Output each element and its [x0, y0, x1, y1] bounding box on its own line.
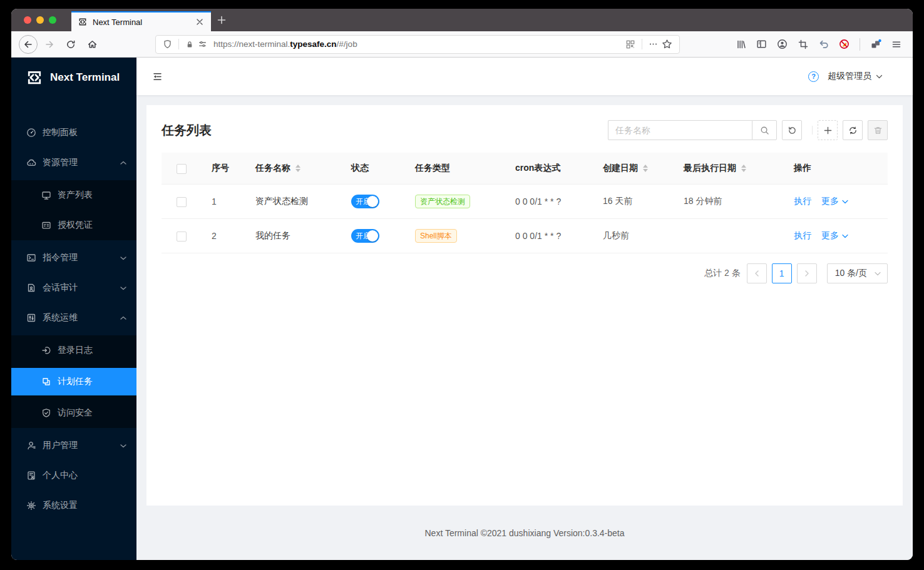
sidebar-item-assets[interactable]: 资产列表	[11, 180, 136, 208]
sidebar-item-system-ops[interactable]: 系统运维	[11, 305, 136, 330]
column-header-created[interactable]: 创建日期	[593, 153, 674, 185]
control-sliders-icon	[26, 313, 36, 323]
row-checkbox[interactable]	[177, 232, 187, 242]
sidebar-item-settings[interactable]: 系统设置	[11, 493, 136, 518]
app-root: Next Terminal 控制面板 资源管理	[11, 58, 913, 560]
account-icon[interactable]	[773, 35, 791, 53]
sort-icon[interactable]	[295, 165, 300, 172]
status-toggle[interactable]: 开启	[351, 229, 379, 243]
sidebar-item-label: 登录日志	[58, 345, 93, 356]
screenshot-crop-icon[interactable]	[794, 35, 812, 53]
refresh-button[interactable]	[843, 120, 863, 140]
permissions-icon[interactable]	[198, 39, 207, 49]
task-table: 序号 任务名称 状态 任务类型 cron表达式 创建日期 最后执行日期 操作	[162, 153, 888, 253]
maximize-window-button[interactable]	[49, 16, 56, 24]
chevron-down-icon	[120, 286, 126, 290]
sidebar-item-profile[interactable]: 个人中心	[11, 463, 136, 488]
reload-button[interactable]	[61, 35, 80, 54]
tracking-shield-icon[interactable]	[163, 39, 172, 49]
search-button[interactable]	[752, 120, 777, 140]
new-tab-button[interactable]	[217, 16, 226, 24]
chevron-down-icon	[120, 444, 126, 448]
sidebar-item-label: 用户管理	[43, 440, 78, 451]
status-toggle[interactable]: 开启	[351, 195, 379, 208]
sort-icon[interactable]	[643, 165, 648, 172]
browser-tab[interactable]: Next Terminal	[71, 11, 211, 31]
sidebar-item-label: 访问安全	[58, 407, 93, 419]
qr-code-icon[interactable]	[625, 39, 635, 49]
close-window-button[interactable]	[24, 16, 31, 24]
more-link[interactable]: 更多	[821, 230, 848, 242]
sidebar-item-label: 控制面板	[43, 127, 78, 138]
run-link[interactable]: 执行	[794, 196, 811, 207]
sidebar-item-access-security[interactable]: 访问安全	[11, 400, 136, 428]
select-all-checkbox[interactable]	[177, 164, 187, 174]
sidebar-item-login-logs[interactable]: 登录日志	[11, 335, 136, 363]
footer-text: Next Terminal ©2021 dushixiang Version:0…	[424, 528, 624, 538]
cell-created: 16 天前	[593, 185, 674, 219]
lock-icon[interactable]	[185, 40, 194, 49]
row-checkbox[interactable]	[177, 197, 187, 207]
search-input[interactable]	[608, 120, 752, 140]
window-controls	[11, 16, 66, 24]
more-options-icon[interactable]	[649, 39, 658, 49]
toolbar-divider	[860, 38, 860, 51]
sidebar-item-resources[interactable]: 资源管理	[11, 150, 136, 175]
more-link[interactable]: 更多	[821, 196, 848, 207]
sidebar-item-label: 系统运维	[43, 312, 78, 323]
forward-button[interactable]	[40, 35, 59, 54]
content-blocker-icon[interactable]	[835, 35, 853, 53]
url-text[interactable]: https://next-terminal.typesafe.cn/#/job	[213, 39, 624, 49]
page-title: 任务列表	[162, 122, 212, 139]
reset-button[interactable]	[782, 120, 802, 140]
extension-icon[interactable]	[866, 35, 885, 53]
user-menu[interactable]: 超级管理员	[828, 71, 883, 82]
tab-close-icon[interactable]	[193, 16, 206, 28]
undo-arrow-icon[interactable]	[814, 35, 833, 53]
sidebar-item-label: 指令管理	[43, 252, 78, 263]
add-task-button[interactable]	[818, 120, 838, 140]
delete-button[interactable]	[868, 120, 888, 140]
column-header-last-run[interactable]: 最后执行日期	[674, 153, 784, 185]
app-logo-text: Next Terminal	[50, 71, 120, 84]
sidebar-item-commands[interactable]: 指令管理	[11, 245, 136, 270]
menu-hamburger-icon[interactable]	[887, 35, 905, 53]
url-prefix: https://next-terminal.	[213, 39, 290, 49]
back-button[interactable]	[19, 35, 38, 54]
pagination-page-1[interactable]: 1	[772, 263, 792, 283]
cell-task-name: 资产状态检测	[245, 185, 341, 219]
column-header-name[interactable]: 任务名称	[245, 153, 341, 185]
sidebar-item-scheduled-tasks[interactable]: 计划任务	[11, 368, 136, 395]
run-link[interactable]: 执行	[794, 230, 811, 242]
sidebar-item-session-audit[interactable]: 会话审计	[11, 275, 136, 300]
sidebar-item-credentials[interactable]: 授权凭证	[11, 213, 136, 240]
chevron-down-icon	[876, 74, 883, 79]
sidebar-toggle-icon[interactable]	[752, 35, 771, 53]
urlbar-divider	[642, 39, 642, 49]
minimize-window-button[interactable]	[36, 16, 44, 24]
home-button[interactable]	[83, 35, 101, 54]
pagination-prev-button[interactable]	[747, 263, 767, 283]
address-bar[interactable]: https://next-terminal.typesafe.cn/#/job	[155, 35, 680, 54]
pagination-total: 总计 2 条	[704, 268, 741, 279]
sidebar-item-user-management[interactable]: 用户管理	[11, 433, 136, 458]
cell-cron: 0 0 0/1 * * ?	[505, 219, 593, 253]
cell-no: 2	[202, 219, 245, 253]
table-header-row: 序号 任务名称 状态 任务类型 cron表达式 创建日期 最后执行日期 操作	[162, 153, 888, 185]
sidebar-item-dashboard[interactable]: 控制面板	[11, 120, 136, 145]
toggle-knob	[367, 196, 378, 207]
library-icon[interactable]	[732, 35, 750, 53]
help-icon[interactable]: ?	[808, 71, 819, 82]
pagination-next-button[interactable]	[797, 263, 817, 283]
profile-document-icon	[26, 471, 36, 481]
app-logo[interactable]: Next Terminal	[11, 58, 136, 98]
sidebar-item-label: 资源管理	[43, 157, 78, 168]
card-header: 任务列表	[162, 120, 888, 140]
sort-icon[interactable]	[741, 165, 746, 172]
page-size-select[interactable]: 10 条/页	[827, 263, 888, 283]
sidebar-item-label: 授权凭证	[58, 220, 93, 231]
page-header: ? 超级管理员	[136, 58, 913, 95]
tab-title: Next Terminal	[93, 18, 188, 27]
sidebar-collapse-icon[interactable]	[152, 71, 163, 82]
bookmark-star-icon[interactable]	[662, 39, 672, 49]
